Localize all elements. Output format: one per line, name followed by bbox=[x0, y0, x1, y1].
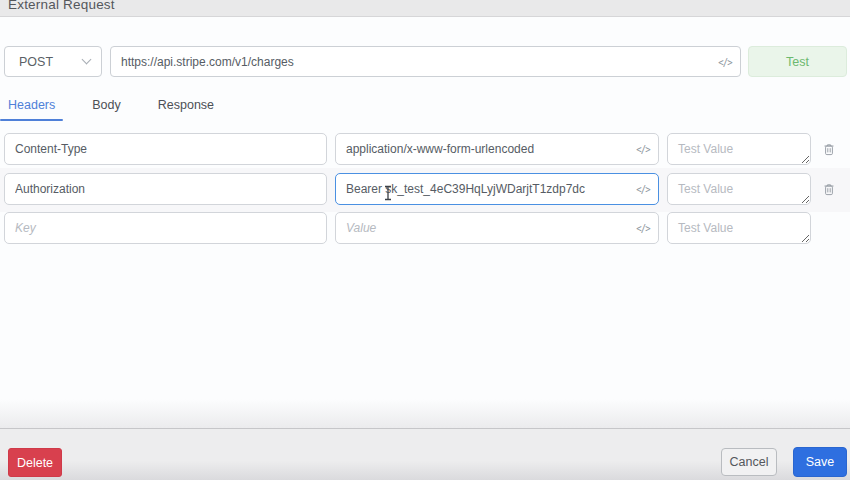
header-row: </> bbox=[0, 133, 850, 165]
dialog-title-bar: External Request bbox=[0, 0, 850, 17]
delete-row-button[interactable] bbox=[822, 183, 836, 197]
header-value-cell: </> bbox=[335, 173, 659, 205]
external-request-dialog: { "dialog": { "title": "External Request… bbox=[0, 0, 850, 480]
save-button[interactable]: Save bbox=[793, 447, 847, 477]
header-key-input[interactable] bbox=[4, 212, 327, 244]
url-input[interactable] bbox=[110, 46, 741, 77]
header-value-input[interactable] bbox=[335, 173, 659, 205]
header-key-cell bbox=[4, 212, 327, 244]
header-key-cell bbox=[4, 173, 327, 205]
test-value-input[interactable] bbox=[667, 133, 811, 165]
header-key-input[interactable] bbox=[4, 173, 327, 205]
test-button[interactable]: Test bbox=[748, 46, 847, 77]
header-key-input[interactable] bbox=[4, 133, 327, 165]
tab-bar: Headers Body Response bbox=[0, 96, 243, 121]
footer-fade bbox=[0, 399, 850, 428]
delete-button[interactable]: Delete bbox=[8, 448, 62, 477]
header-value-input[interactable] bbox=[335, 133, 659, 165]
delete-row-button[interactable] bbox=[822, 143, 836, 157]
dialog-title: External Request bbox=[8, 0, 115, 12]
trash-icon bbox=[823, 183, 835, 196]
header-test-cell bbox=[667, 173, 811, 205]
method-selected-value: POST bbox=[19, 55, 53, 69]
trash-icon bbox=[823, 143, 835, 156]
header-test-cell bbox=[667, 212, 811, 244]
header-test-cell bbox=[667, 133, 811, 165]
tab-headers[interactable]: Headers bbox=[0, 96, 63, 121]
tab-body[interactable]: Body bbox=[84, 96, 129, 121]
header-value-cell: </> bbox=[335, 133, 659, 165]
url-field-wrap: </> bbox=[110, 46, 741, 77]
header-key-cell bbox=[4, 133, 327, 165]
footer-bar: Delete Cancel Save bbox=[0, 428, 850, 480]
header-value-cell: </> bbox=[335, 212, 659, 244]
header-row: </> bbox=[0, 212, 850, 244]
cancel-button[interactable]: Cancel bbox=[721, 448, 777, 476]
method-dropdown[interactable]: POST bbox=[4, 46, 102, 77]
header-value-input[interactable] bbox=[335, 212, 659, 244]
chevron-down-icon bbox=[82, 55, 92, 65]
test-value-input[interactable] bbox=[667, 173, 811, 205]
header-row: </> bbox=[0, 173, 850, 205]
test-value-input[interactable] bbox=[667, 212, 811, 244]
tab-response[interactable]: Response bbox=[150, 96, 222, 121]
